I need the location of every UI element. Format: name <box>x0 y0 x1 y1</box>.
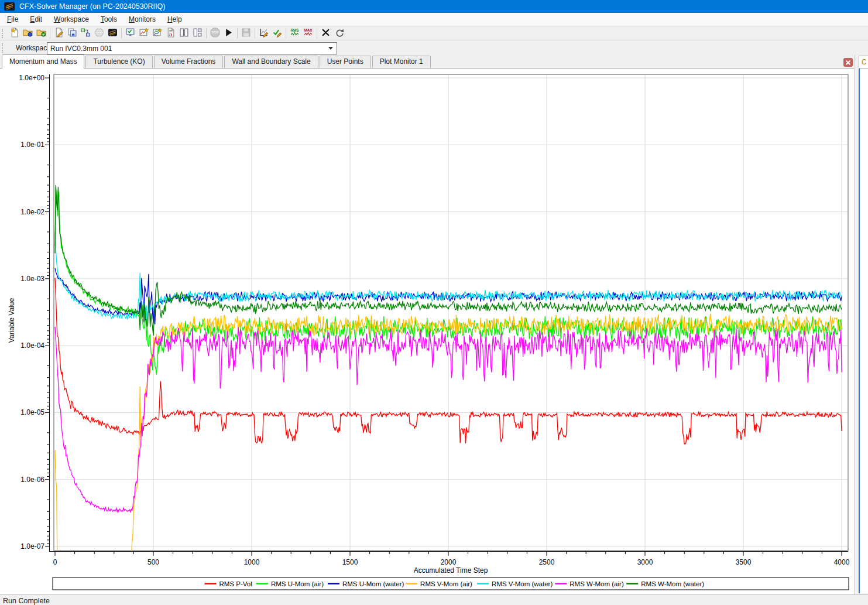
stop-run-button[interactable]: STOP <box>208 27 222 39</box>
workspace-row: Workspace Run IVC0.3mm 001 <box>0 40 868 55</box>
save-monitor-button[interactable] <box>239 27 253 39</box>
right-panel-partial-tab-label: C <box>862 58 867 66</box>
open-results-button[interactable] <box>35 27 48 39</box>
monitor-tabbar: Momentum and MassTurbulence (KO)Volume F… <box>0 55 854 69</box>
menu-file[interactable]: File <box>1 13 24 25</box>
title-bar: CFX-Solver Manager (on PC-20240530RIIQ) <box>0 0 868 13</box>
new-monitor-icon <box>139 28 149 39</box>
new-run-button[interactable] <box>8 27 21 39</box>
svg-text:RMS U-Mom (air): RMS U-Mom (air) <box>271 580 324 587</box>
new-chart-icon <box>152 28 162 39</box>
window-title: CFX-Solver Manager (on PC-20240530RIIQ) <box>19 2 165 11</box>
properties-edit-button[interactable] <box>270 27 284 39</box>
undo-button[interactable] <box>332 27 346 39</box>
toolbar-separator <box>317 28 317 39</box>
layout-tree-button[interactable] <box>191 27 204 39</box>
svg-text:RMS V-Mom (water): RMS V-Mom (water) <box>492 580 553 587</box>
svg-text:STOP: STOP <box>211 31 218 34</box>
open-run-icon <box>23 28 33 39</box>
svg-text:2000: 2000 <box>441 558 457 566</box>
rms-plot-button[interactable]: RMS <box>288 27 301 39</box>
right-panel-partial-tab[interactable]: C <box>859 56 868 69</box>
stop-run-icon: STOP <box>210 28 220 39</box>
svg-text:1.0e-01: 1.0e-01 <box>20 141 44 149</box>
toolbar-separator <box>206 28 207 39</box>
close-x-button[interactable] <box>319 27 332 39</box>
plot-monitor-panel: 1.0e+001.0e-011.0e-021.0e-031.0e-041.0e-… <box>0 69 854 594</box>
chevron-down-icon <box>328 47 333 50</box>
svg-text:4000: 4000 <box>834 558 850 566</box>
remote-host-button[interactable] <box>92 27 106 39</box>
close-tab-button[interactable] <box>843 58 853 67</box>
tab-momentum-and-mass[interactable]: Momentum and Mass <box>2 54 84 69</box>
cfx-logo-button[interactable] <box>106 27 119 39</box>
layout-panels-button[interactable] <box>177 27 191 39</box>
menu-edit[interactable]: Edit <box>24 13 48 25</box>
svg-text:1500: 1500 <box>342 558 358 566</box>
svg-text:RMS W-Mom (water): RMS W-Mom (water) <box>641 580 704 587</box>
tab-user-points[interactable]: User Points <box>320 56 371 68</box>
status-message: Run Complete <box>3 597 50 605</box>
max-plot-button[interactable]: MAX <box>301 27 315 39</box>
svg-text:1.0e-03: 1.0e-03 <box>20 275 44 283</box>
right-panel-partial-body <box>859 69 868 593</box>
toolbar-separator <box>286 28 286 39</box>
remote-host-icon <box>94 28 104 39</box>
svg-text:MAX: MAX <box>304 28 313 32</box>
chart-edit-icon <box>259 28 269 39</box>
menu-monitors[interactable]: Monitors <box>123 13 162 25</box>
transfer-run-icon <box>81 28 91 39</box>
edit-run-button[interactable] <box>52 27 66 39</box>
toolbar-separator <box>121 28 122 39</box>
new-chart-button[interactable] <box>150 27 164 39</box>
tab-turbulence-ko-[interactable]: Turbulence (KO) <box>85 56 152 68</box>
max-plot-icon: MAX <box>303 28 313 39</box>
svg-text:3000: 3000 <box>637 558 653 566</box>
tab-wall-and-boundary-scale[interactable]: Wall and Boundary Scale <box>224 56 318 68</box>
menu-tools[interactable]: Tools <box>95 13 123 25</box>
open-run-button[interactable] <box>21 27 35 39</box>
menu-workspace[interactable]: Workspace <box>48 13 95 25</box>
open-results-icon <box>36 28 46 39</box>
cfx-app-icon <box>4 2 15 11</box>
svg-text:1.0e-04: 1.0e-04 <box>20 341 44 350</box>
menubar: FileEditWorkspaceToolsMonitorsHelp <box>0 13 868 26</box>
new-monitor-button[interactable] <box>137 27 150 39</box>
save-state-button[interactable] <box>66 27 79 39</box>
tab-volume-fractions[interactable]: Volume Fractions <box>154 56 224 68</box>
layout-panels-icon <box>179 28 189 39</box>
toolbar: STOPRMSMAX <box>0 26 868 40</box>
transfer-run-button[interactable] <box>79 27 92 39</box>
workspace-combobox[interactable]: Run IVC0.3mm 001 <box>47 42 337 54</box>
new-run-icon <box>9 28 19 39</box>
right-panel-stub: C <box>855 55 868 594</box>
svg-text:1.0e-06: 1.0e-06 <box>20 476 44 484</box>
toolbar-separator <box>255 28 255 39</box>
define-run-button[interactable] <box>123 27 137 39</box>
chart-edit-button[interactable] <box>257 27 270 39</box>
svg-text:RMS: RMS <box>290 28 299 32</box>
y-axis-label: Variable Value <box>8 298 16 343</box>
svg-text:1.0e-05: 1.0e-05 <box>20 408 44 416</box>
svg-text:1.0e-07: 1.0e-07 <box>20 542 44 551</box>
workspace-value: Run IVC0.3mm 001 <box>47 45 112 53</box>
layout-tree-icon <box>193 28 203 39</box>
menu-help[interactable]: Help <box>162 13 188 25</box>
properties-edit-icon <box>272 28 282 39</box>
status-bar: Run Complete <box>0 594 868 605</box>
start-run-icon <box>224 28 234 39</box>
svg-text:3500: 3500 <box>736 558 752 566</box>
svg-text:RMS U-Mom (water): RMS U-Mom (water) <box>342 580 404 587</box>
report-button[interactable] <box>164 27 177 39</box>
start-run-button[interactable] <box>222 27 235 39</box>
rms-plot-icon: RMS <box>290 28 300 39</box>
tab-plot-monitor-1[interactable]: Plot Monitor 1 <box>372 56 431 68</box>
toolbar-separator <box>50 28 50 39</box>
toolbar-drag-handle <box>2 29 5 38</box>
svg-text:RMS P-Vol: RMS P-Vol <box>219 580 252 587</box>
residual-chart: 1.0e+001.0e-011.0e-021.0e-031.0e-041.0e-… <box>0 69 854 594</box>
svg-text:0: 0 <box>53 558 57 566</box>
save-monitor-icon <box>241 28 251 39</box>
x-axis-label: Accumulated Time Step <box>414 566 488 575</box>
svg-text:1.0e+00: 1.0e+00 <box>19 74 44 82</box>
